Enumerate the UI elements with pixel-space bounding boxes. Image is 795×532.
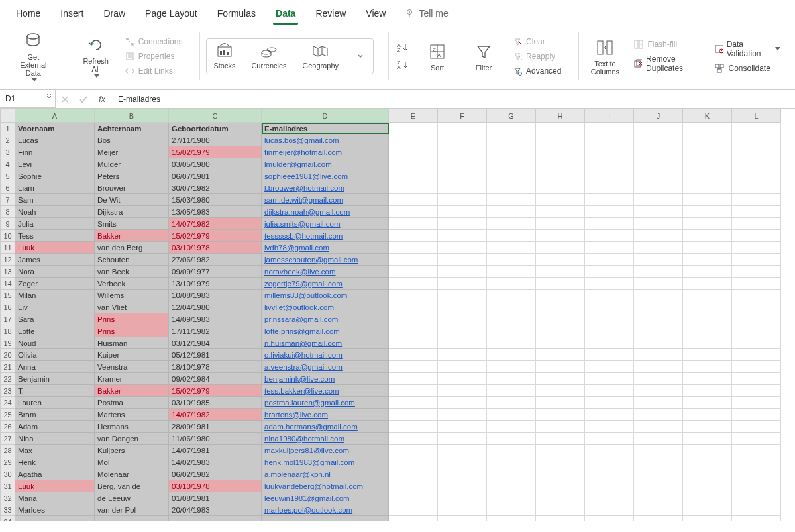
cell-J14[interactable] — [634, 278, 683, 290]
cell-B22[interactable]: Kramer — [95, 373, 169, 385]
cell-B20[interactable]: Kuiper — [95, 349, 169, 361]
cell-D1[interactable]: E-mailadres — [262, 123, 389, 134]
cell-D27[interactable]: nina1980@hotmail.com — [262, 433, 389, 445]
tab-view[interactable]: View — [356, 4, 395, 24]
cell-A32[interactable]: Maria — [15, 492, 95, 504]
cell-I34[interactable] — [585, 516, 634, 522]
cell-D23[interactable]: tess.bakker@live.com — [262, 385, 389, 397]
cell-L29[interactable] — [732, 456, 781, 468]
cell-G21[interactable] — [487, 361, 536, 373]
cell-H29[interactable] — [536, 456, 585, 468]
cell-C15[interactable]: 10/08/1983 — [169, 290, 262, 301]
cell-I15[interactable] — [585, 290, 634, 301]
cell-L34[interactable] — [732, 516, 781, 522]
cell-D7[interactable]: sam.de.wit@gmail.com — [262, 194, 389, 206]
connections-button[interactable]: Connections — [123, 36, 186, 48]
cell-J2[interactable] — [634, 134, 683, 146]
cell-E6[interactable] — [389, 182, 438, 194]
cell-L10[interactable] — [732, 230, 781, 242]
cell-G5[interactable] — [487, 170, 536, 182]
cell-F16[interactable] — [438, 301, 487, 313]
cell-A33[interactable]: Marloes — [15, 504, 95, 516]
cell-B27[interactable]: van Dongen — [95, 433, 169, 445]
cell-D29[interactable]: henk.mol1983@gmail.com — [262, 456, 389, 468]
cell-A4[interactable]: Levi — [15, 158, 95, 170]
cell-G7[interactable] — [487, 194, 536, 206]
formula-input[interactable]: E-mailadres — [111, 95, 795, 104]
cell-I16[interactable] — [585, 301, 634, 313]
cell-F15[interactable] — [438, 290, 487, 301]
cell-J24[interactable] — [634, 397, 683, 409]
cell-J19[interactable] — [634, 337, 683, 349]
cell-A27[interactable]: Nina — [15, 433, 95, 445]
tab-formulas[interactable]: Formulas — [208, 4, 265, 24]
cell-C7[interactable]: 15/03/1980 — [169, 194, 262, 206]
cell-I32[interactable] — [585, 492, 634, 504]
spreadsheet-grid[interactable]: ABCDEFGHIJKL1VoornaamAchternaamGeboorted… — [0, 109, 795, 521]
cell-G34[interactable] — [487, 516, 536, 522]
cell-J27[interactable] — [634, 433, 683, 445]
consolidate-button[interactable]: Consolidate — [712, 62, 783, 74]
cell-L24[interactable] — [732, 397, 781, 409]
cell-C25[interactable]: 14/07/1982 — [169, 409, 262, 421]
cell-B6[interactable]: Brouwer — [95, 182, 169, 194]
cell-L18[interactable] — [732, 325, 781, 337]
cell-I8[interactable] — [585, 206, 634, 218]
cell-H25[interactable] — [536, 409, 585, 421]
cell-L21[interactable] — [732, 361, 781, 373]
cell-H23[interactable] — [536, 385, 585, 397]
cell-C11[interactable]: 03/10/1978 — [169, 242, 262, 254]
cell-L23[interactable] — [732, 385, 781, 397]
cell-C14[interactable]: 13/10/1979 — [169, 278, 262, 290]
row-header-33[interactable]: 33 — [1, 504, 15, 516]
cell-B18[interactable]: Prins — [95, 325, 169, 337]
cell-F33[interactable] — [438, 504, 487, 516]
cell-K18[interactable] — [683, 325, 732, 337]
row-header-12[interactable]: 12 — [1, 254, 15, 266]
cell-K28[interactable] — [683, 445, 732, 456]
cell-G28[interactable] — [487, 445, 536, 456]
cell-G18[interactable] — [487, 325, 536, 337]
cell-E26[interactable] — [389, 421, 438, 433]
row-header-31[interactable]: 31 — [1, 480, 15, 492]
cell-L5[interactable] — [732, 170, 781, 182]
cell-C2[interactable]: 27/11/1980 — [169, 134, 262, 146]
cell-E2[interactable] — [389, 134, 438, 146]
cell-G26[interactable] — [487, 421, 536, 433]
cell-G22[interactable] — [487, 373, 536, 385]
cell-L6[interactable] — [732, 182, 781, 194]
cell-K9[interactable] — [683, 218, 732, 230]
cell-I27[interactable] — [585, 433, 634, 445]
cell-J23[interactable] — [634, 385, 683, 397]
data-validation-button[interactable]: Data Validation — [712, 38, 783, 60]
cell-L30[interactable] — [732, 468, 781, 480]
cell-F23[interactable] — [438, 385, 487, 397]
geography-button[interactable]: Geography — [303, 43, 339, 70]
cell-B8[interactable]: Dijkstra — [95, 206, 169, 218]
cell-A20[interactable]: Olivia — [15, 349, 95, 361]
row-header-17[interactable]: 17 — [1, 313, 15, 325]
tab-page-layout[interactable]: Page Layout — [136, 4, 207, 24]
cell-J4[interactable] — [634, 158, 683, 170]
cell-D10[interactable]: tesssssb@hotmail.com — [262, 230, 389, 242]
cell-K11[interactable] — [683, 242, 732, 254]
cell-H18[interactable] — [536, 325, 585, 337]
row-header-34[interactable]: 34 — [1, 516, 15, 522]
cell-L11[interactable] — [732, 242, 781, 254]
cell-K13[interactable] — [683, 266, 732, 278]
col-header-B[interactable]: B — [95, 109, 169, 123]
advanced-button[interactable]: Advanced — [510, 65, 564, 77]
cell-A17[interactable]: Sara — [15, 313, 95, 325]
cell-E19[interactable] — [389, 337, 438, 349]
cell-J7[interactable] — [634, 194, 683, 206]
cell-J12[interactable] — [634, 254, 683, 266]
cell-F34[interactable] — [438, 516, 487, 522]
cell-C34[interactable] — [169, 516, 262, 522]
row-header-29[interactable]: 29 — [1, 456, 15, 468]
cell-A7[interactable]: Sam — [15, 194, 95, 206]
cell-J34[interactable] — [634, 516, 683, 522]
cell-A5[interactable]: Sophie — [15, 170, 95, 182]
cell-L20[interactable] — [732, 349, 781, 361]
cell-J25[interactable] — [634, 409, 683, 421]
get-external-data-button[interactable]: Get ExternalData — [12, 28, 55, 84]
